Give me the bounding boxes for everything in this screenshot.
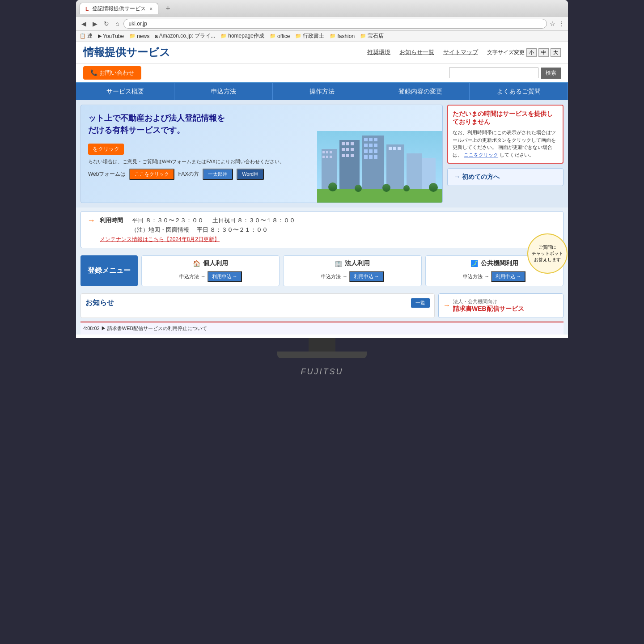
- header-nav: 推奨環境 お知らせ一覧 サイトマップ 文字サイズ変更 小 中 大: [367, 48, 561, 57]
- search-area: 検索: [449, 68, 561, 79]
- svg-rect-3: [322, 151, 325, 153]
- bookmark-icon-0: 📋: [80, 33, 86, 39]
- word-btn[interactable]: Word用: [237, 169, 264, 180]
- news-invoice-row: お知らせ 一覧 → 法人・公共機関向け 請求書WEB配信サービス: [76, 290, 568, 322]
- bookmark-gyosei[interactable]: 📁 行政書士: [295, 32, 324, 40]
- bookmark-label-jewelry: 宝石店: [368, 32, 384, 40]
- amazon-icon: a: [155, 33, 158, 39]
- tab-close-btn[interactable]: ×: [149, 6, 153, 12]
- corporate-apply-label: 申込方法: [321, 273, 341, 280]
- public-apply-label: 申込方法: [463, 273, 483, 280]
- bookmark-label-fashion: fashion: [337, 33, 355, 39]
- click-here-link[interactable]: をクリック: [88, 144, 124, 155]
- corporate-use-apply-btn[interactable]: 利用申込 →: [349, 271, 384, 282]
- bookmark-news[interactable]: 📁 news: [129, 33, 149, 39]
- personal-apply-label: 申込方法: [179, 273, 199, 280]
- bookmark-rен[interactable]: 📋 連: [80, 32, 93, 40]
- invoice-label: 法人・公共機関向け: [453, 298, 524, 305]
- click-here-web-form[interactable]: ここをクリック: [129, 169, 174, 180]
- chatbot-bubble[interactable]: ご質問に チャットボット お答えします: [527, 233, 568, 274]
- bookmark-homepage[interactable]: 📁 homepage作成: [220, 32, 264, 40]
- fujitsu-label: FUJITSU: [301, 358, 343, 381]
- nav-operation-method[interactable]: 操作方法: [273, 83, 371, 100]
- svg-rect-31: [374, 155, 377, 159]
- tab-favicon: L: [85, 6, 89, 12]
- nav-apply-method[interactable]: 申込方法: [174, 83, 273, 100]
- svg-rect-27: [369, 149, 373, 153]
- svg-rect-9: [339, 140, 360, 189]
- news-list-btn[interactable]: 一覧: [411, 298, 430, 308]
- search-button[interactable]: 検索: [541, 68, 561, 79]
- nav-news-list[interactable]: お知らせ一覧: [399, 48, 434, 56]
- hero-buildings: [317, 131, 442, 203]
- svg-point-40: [382, 184, 390, 192]
- nav-service-overview[interactable]: サービス概要: [76, 83, 174, 100]
- svg-rect-7: [326, 156, 328, 158]
- folder-icon-fashion: 📁: [330, 33, 336, 39]
- hero-section: ット上で不動産および法人登記情報を だける有料サービスです。 をクリック: [80, 105, 443, 203]
- maintenance-link[interactable]: メンテナンス情報はこちら【2024年8月2日更新】: [100, 236, 220, 242]
- bookmark-jewelry[interactable]: 📁 宝石店: [360, 32, 384, 40]
- bookmark-label-office: office: [277, 33, 290, 39]
- svg-rect-10: [342, 142, 345, 145]
- back-btn[interactable]: ◀: [80, 19, 88, 28]
- svg-rect-17: [346, 154, 349, 157]
- invoice-title[interactable]: 請求書WEB配信サービス: [453, 305, 524, 313]
- public-card-links: 申込方法 → 利用申込 →: [429, 271, 559, 282]
- personal-use-apply-btn[interactable]: 利用申込 →: [208, 271, 242, 282]
- personal-use-card: 🏠 個人利用 申込方法 → 利用申込 →: [141, 255, 280, 286]
- svg-rect-14: [346, 148, 349, 151]
- svg-rect-23: [364, 144, 368, 147]
- reload-btn[interactable]: ↻: [102, 19, 111, 28]
- new-tab-btn[interactable]: +: [162, 3, 174, 14]
- personal-card-links: 申込方法 → 利用申込 →: [145, 271, 275, 282]
- invoice-header: → 法人・公共機関向け 請求書WEB配信サービス: [443, 298, 559, 313]
- title-bar: L 登記情報提供サービス × +: [76, 0, 568, 17]
- news-header: お知らせ 一覧: [85, 298, 430, 308]
- monitor-stand: [309, 338, 335, 352]
- nav-recommended[interactable]: 推奨環境: [367, 48, 390, 56]
- font-size-medium[interactable]: 中: [538, 48, 549, 57]
- forward-btn[interactable]: ▶: [91, 19, 99, 28]
- monitor: L 登記情報提供サービス × + ◀ ▶ ↻ ⌂ uki.or.jp ☆ ⋮ 📋…: [0, 0, 644, 644]
- svg-rect-6: [322, 156, 325, 158]
- hours-weekday: 平日 ８：３０〜２３：００: [132, 216, 203, 225]
- svg-rect-18: [351, 154, 354, 157]
- tab-title: 登記情報提供サービス: [92, 5, 146, 13]
- font-size-controls: 文字サイズ変更 小 中 大: [487, 48, 561, 57]
- svg-point-41: [403, 185, 410, 191]
- bookmark-youtube[interactable]: ▶ YouTube: [98, 33, 124, 39]
- hours-note: （注）地図・図面情報 平日 ８：３０〜２１：００: [131, 225, 295, 235]
- contact-button[interactable]: 📞 お問い合わせ: [83, 66, 141, 80]
- bottom-news-text: ▶ 請求書WEB配信サービスの利用停止について: [101, 326, 207, 331]
- taro-btn[interactable]: 一太郎用: [203, 169, 233, 180]
- font-size-large[interactable]: 大: [551, 48, 561, 57]
- nav-change-registration[interactable]: 登録内容の変更: [371, 83, 470, 100]
- bookmark-label-0: 連: [87, 32, 93, 40]
- address-input[interactable]: uki.or.jp: [123, 19, 547, 29]
- bookmark-fashion[interactable]: 📁 fashion: [330, 33, 355, 39]
- bookmark-office[interactable]: 📁 office: [270, 33, 290, 39]
- right-panel: ただいまの時間はサービスを提供しておりません なお、利用時間帯にこの表示がされた…: [447, 105, 564, 203]
- font-size-small[interactable]: 小: [526, 48, 537, 57]
- svg-rect-20: [364, 138, 368, 141]
- active-tab[interactable]: L 登記情報提供サービス ×: [80, 3, 158, 14]
- nav-sitemap[interactable]: サイトマップ: [443, 48, 478, 56]
- public-use-apply-btn[interactable]: 利用申込 →: [491, 271, 525, 282]
- folder-icon-news: 📁: [129, 33, 136, 39]
- star-icon: ☆: [550, 20, 555, 27]
- svg-rect-26: [364, 149, 368, 153]
- home-btn[interactable]: ⌂: [114, 19, 121, 28]
- bookmark-amazon[interactable]: a Amazon.co.jp: プライ...: [155, 32, 215, 40]
- search-input[interactable]: [449, 68, 538, 78]
- menu-icon[interactable]: ⋮: [558, 20, 564, 27]
- folder-icon-jewelry: 📁: [360, 33, 366, 39]
- bookmark-label-homepage: homepage作成: [228, 32, 264, 40]
- first-time-button[interactable]: → 初めての方へ: [447, 168, 564, 186]
- nav-faq[interactable]: よくあるご質問: [470, 83, 568, 100]
- monitor-base: [277, 352, 367, 358]
- notice-link[interactable]: ここをクリック: [464, 152, 498, 157]
- invoice-arrow-icon: →: [443, 301, 450, 309]
- chatbot-line1: ご質問に: [538, 244, 556, 250]
- svg-rect-29: [364, 155, 368, 159]
